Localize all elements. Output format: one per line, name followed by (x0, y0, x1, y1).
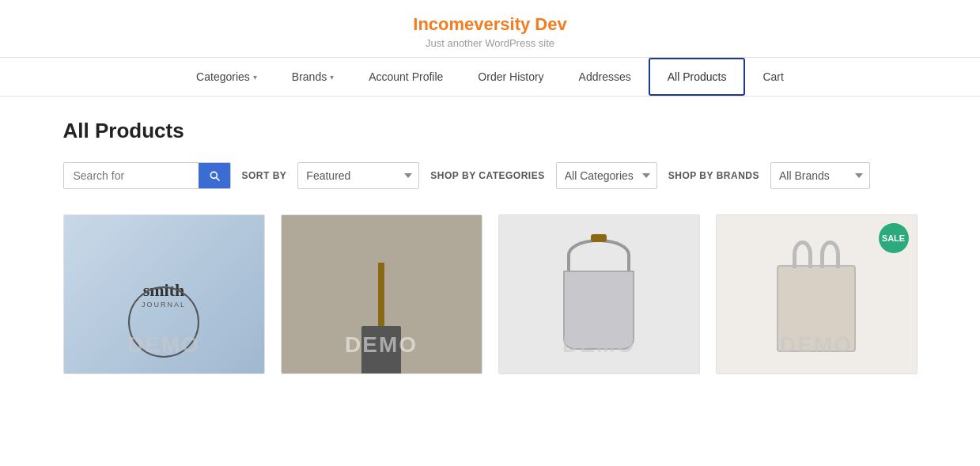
site-tagline: Just another WordPress site (0, 37, 980, 49)
filter-bar: SORT BY FeaturedPrice: Low to HighPrice:… (63, 162, 918, 189)
product-image: DEMO (282, 215, 482, 373)
nav-item-categories[interactable]: Categories▾ (179, 58, 274, 96)
product-card[interactable]: DEMO (281, 214, 482, 374)
nav-list: Categories▾Brands▾Account ProfileOrder H… (0, 58, 980, 96)
search-button[interactable] (199, 163, 230, 188)
nav-item-brands[interactable]: Brands▾ (274, 58, 351, 96)
search-icon (208, 169, 221, 182)
product-image: smith JOURNAL DEMO (64, 215, 264, 373)
sort-select[interactable]: FeaturedPrice: Low to HighPrice: High to… (297, 162, 419, 189)
brands-select[interactable]: All BrandsSmith JournalCleanCoBagMaker (770, 162, 870, 189)
product-grid: smith JOURNAL DEMO DEMO (63, 214, 918, 374)
chevron-down-icon: ▾ (330, 73, 334, 81)
categories-select[interactable]: All CategoriesBooksCleaningBags (556, 162, 657, 189)
sale-badge: SALE (879, 223, 909, 253)
site-title[interactable]: Incomeversity Dev (413, 14, 566, 34)
main-nav: Categories▾Brands▾Account ProfileOrder H… (0, 58, 980, 97)
product-card[interactable]: DEMO (498, 214, 700, 374)
nav-item-all-products[interactable]: All Products (649, 58, 746, 96)
sort-label: SORT BY (242, 170, 287, 181)
product-image-wrap: DEMO (499, 215, 699, 373)
product-card[interactable]: SALE DEMO (716, 214, 918, 374)
product-image: DEMO (499, 215, 699, 373)
nav-item-account-profile[interactable]: Account Profile (351, 58, 460, 96)
product-card[interactable]: smith JOURNAL DEMO (63, 214, 265, 374)
brands-label: SHOP BY BRANDS (668, 170, 759, 181)
nav-item-order-history[interactable]: Order History (460, 58, 561, 96)
product-image-wrap: smith JOURNAL DEMO (64, 215, 264, 373)
search-wrap (63, 162, 231, 189)
page-title: All Products (63, 119, 918, 143)
categories-label: SHOP BY CATEGORIES (430, 170, 544, 181)
nav-item-addresses[interactable]: Addresses (562, 58, 649, 96)
chevron-down-icon: ▾ (253, 73, 257, 81)
search-input[interactable] (64, 163, 199, 188)
product-image-wrap: SALE DEMO (717, 215, 917, 373)
nav-item-cart[interactable]: Cart (745, 58, 800, 96)
product-image-wrap: DEMO (282, 215, 482, 373)
site-header: Incomeversity Dev Just another WordPress… (0, 0, 980, 58)
page-content: All Products SORT BY FeaturedPrice: Low … (32, 97, 949, 374)
